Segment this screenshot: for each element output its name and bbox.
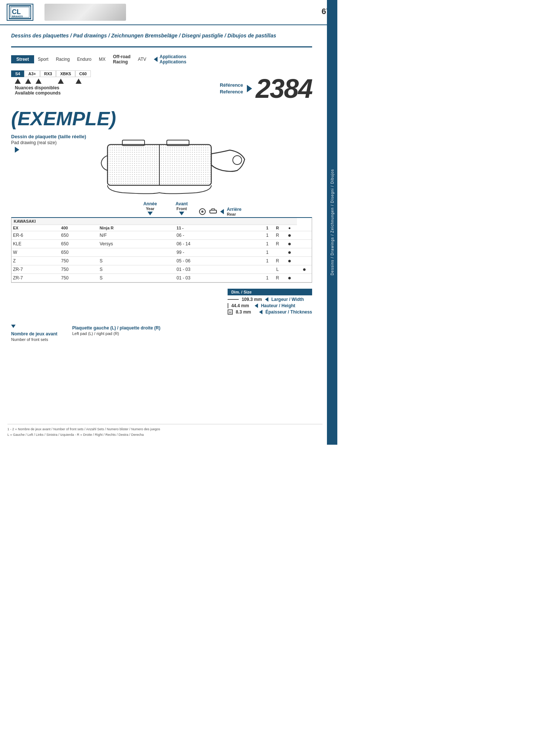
- header-image: [44, 4, 126, 21]
- svg-rect-13: [212, 209, 215, 210]
- table-row: KLE 650 Versys 06 - 14 1 R ●: [11, 240, 312, 248]
- brand-logo: CL BRAKES: [9, 5, 31, 19]
- svg-rect-12: [210, 210, 216, 213]
- table-column-headers: Année Year Avant Front Arrière: [11, 201, 312, 216]
- cell-rear-dot: [297, 248, 312, 257]
- cell-cc: 650: [60, 240, 98, 248]
- cell-variant: Versys: [98, 240, 175, 248]
- cat-enduro[interactable]: Enduro: [73, 55, 95, 63]
- pad-drawing-svg: [100, 133, 312, 198]
- cell-rear-dot: [297, 257, 312, 265]
- cell-model: EX: [11, 225, 60, 231]
- triangle-5: [76, 79, 82, 84]
- dim-thickness-row: H 8.3 mm Épaisseur / Thickness: [228, 309, 312, 315]
- reference-number: 2384: [256, 73, 312, 104]
- caliper-icon: [209, 208, 217, 215]
- cell-rear-dot: [297, 225, 312, 231]
- page-title: Dessins des plaquettes / Pad drawings / …: [11, 32, 312, 40]
- logo-area: CL BRAKES: [7, 4, 126, 21]
- cell-rear-dot: [297, 231, 312, 240]
- table-row: ZR-7 750 S 01 - 03 1 R ●: [11, 274, 312, 282]
- arrow-thickness: [259, 310, 262, 314]
- cell-front-dot: [282, 265, 297, 274]
- cell-cc: 750: [60, 257, 98, 265]
- cell-variant: Ninja R: [98, 225, 175, 231]
- pad-lr-en: Left pad (L) / right pad (R): [72, 331, 161, 336]
- cat-offroad[interactable]: Off-roadRacing: [109, 53, 134, 66]
- cell-variant: [98, 248, 175, 257]
- dim-width-value: 109.3 mm: [242, 297, 262, 302]
- comp-a3: A3+: [24, 70, 40, 77]
- cat-sport[interactable]: Sport: [34, 55, 52, 63]
- col-annee: Année Year: [133, 201, 167, 216]
- triangle-2: [25, 79, 31, 84]
- footer-line2: L = Gauche / Left / Links / Sinistra / I…: [7, 432, 322, 437]
- cell-cc: 750: [60, 274, 98, 282]
- cell-years: 06 - 14: [175, 240, 262, 248]
- table-row: ER-6 650 N/F 06 - 1 R ●: [11, 231, 312, 240]
- dim-h-symbol: H: [228, 309, 233, 315]
- cell-model: ER-6: [11, 231, 60, 240]
- disc-icon: [199, 208, 206, 215]
- arrow-arriere: [220, 209, 224, 214]
- arrow-applications: [154, 57, 158, 62]
- table-row: Z 750 S 05 - 06 1 R ●: [11, 257, 312, 265]
- dim-label: Dim. / Size: [228, 289, 312, 295]
- arrow-width: [265, 297, 268, 302]
- arrow-height: [255, 304, 258, 308]
- pad-desc-title-en: Pad drawing (real size): [11, 140, 93, 145]
- front-sets-label: Nombre de jeux avant Number of front set…: [11, 325, 57, 342]
- exemple-text: (EXEMPLE): [11, 107, 312, 130]
- applications-label: ApplicationsApplications: [154, 54, 186, 64]
- cell-model: Z: [11, 257, 60, 265]
- cell-cc: 750: [60, 265, 98, 274]
- cell-cc: 650: [60, 248, 98, 257]
- pad-arrow: [15, 147, 19, 153]
- category-bar: Street Sport Racing Enduro MX Off-roadRa…: [11, 53, 312, 66]
- arrow-down-avant: [179, 212, 184, 215]
- cell-years: 06 -: [175, 231, 262, 240]
- cat-street[interactable]: Street: [11, 55, 34, 63]
- cell-lr: R: [273, 240, 282, 248]
- cell-front-dot: ●: [282, 274, 297, 282]
- cell-lr: R: [273, 231, 282, 240]
- pad-lr-label: Plaquette gauche (L) / plaquette droite …: [72, 325, 161, 342]
- col-icons: Arrière Rear: [196, 207, 241, 216]
- cell-model: KLE: [11, 240, 60, 248]
- right-sidebar: Dessins / Drawings / Zeichnungen / Diseg…: [327, 0, 337, 445]
- svg-rect-1: [11, 7, 29, 17]
- comp-xbk5: XBK5: [56, 70, 75, 77]
- dim-height-label: Hauteur / Height: [261, 303, 295, 308]
- svg-text:BRAKES: BRAKES: [12, 15, 23, 18]
- cell-cc: 400: [60, 225, 98, 231]
- dim-thickness-label: Épaisseur / Thickness: [265, 309, 312, 315]
- sidebar-label: Dessins / Drawings / Zeichnungen / Diseg…: [330, 169, 334, 275]
- cat-atv[interactable]: ATV: [134, 55, 150, 63]
- footer-line1: 1 - 2 = Nombre de jeux avant / Number of…: [7, 427, 322, 432]
- dim-height-row: 44.4 mm Hauteur / Height: [228, 303, 312, 308]
- cat-mx[interactable]: MX: [95, 55, 109, 63]
- cell-sets: 1: [262, 257, 273, 265]
- cell-front-dot: ●: [282, 248, 297, 257]
- cell-model: W: [11, 248, 60, 257]
- cell-lr: R: [273, 274, 282, 282]
- bottom-labels: Nombre de jeux avant Number of front set…: [11, 322, 312, 342]
- cell-sets: 1: [262, 274, 273, 282]
- cell-variant: S: [98, 257, 175, 265]
- arrow-reference: [247, 85, 252, 92]
- svg-rect-0: [9, 6, 31, 19]
- cell-model: ZR-7: [11, 274, 60, 282]
- table-row: ZR-7 750 S 01 - 03 L ●: [11, 265, 312, 274]
- dim-width-row: 109.3 mm Largeur / Width: [228, 297, 312, 302]
- cell-sets: 1: [262, 231, 273, 240]
- pad-lr-fr: Plaquette gauche (L) / plaquette droite …: [72, 325, 161, 331]
- cell-front-dot: ●: [282, 240, 297, 248]
- cell-front-dot: ●: [282, 231, 297, 240]
- cell-lr: L: [273, 265, 282, 274]
- front-sets-fr: Nombre de jeux avant: [11, 331, 57, 337]
- cell-years: 01 - 03: [175, 265, 262, 274]
- reference-label: Référence Reference: [220, 82, 243, 95]
- pad-section: Dessin de plaquette (taille réelle) Pad …: [11, 133, 312, 198]
- cat-racing[interactable]: Racing: [52, 55, 73, 63]
- front-sets-en: Number of front sets: [11, 337, 57, 342]
